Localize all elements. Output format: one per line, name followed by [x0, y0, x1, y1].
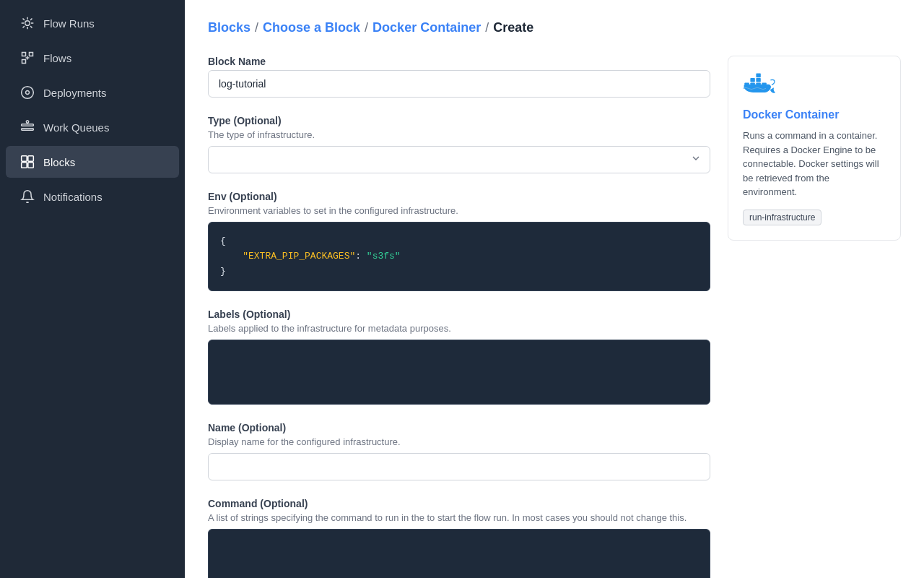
breadcrumb-sep-2: /	[365, 20, 368, 35]
content-layout: Block Name Type (Optional) The type of i…	[208, 56, 901, 578]
labels-code-editor[interactable]	[208, 340, 710, 405]
name-group: Name (Optional) Display name for the con…	[208, 422, 710, 480]
svg-rect-3	[22, 129, 34, 131]
svg-rect-5	[22, 156, 27, 162]
command-hint: A list of strings specifying the command…	[208, 512, 710, 523]
name-hint: Display name for the configured infrastr…	[208, 436, 710, 447]
info-card-title: Docker Container	[743, 108, 886, 121]
work-queues-icon	[20, 120, 35, 134]
env-code-brace-close: }	[220, 264, 698, 280]
env-code-brace-open: {	[220, 234, 698, 249]
labels-label: Labels (Optional)	[208, 309, 710, 320]
blocks-icon	[20, 155, 35, 169]
env-group: Env (Optional) Environment variables to …	[208, 191, 710, 291]
env-code-value: "s3fs"	[367, 251, 401, 262]
sidebar-item-flows[interactable]: Flows	[6, 42, 179, 74]
sidebar: Flow Runs Flows Deployments Work Queues …	[0, 0, 185, 578]
breadcrumb-sep-1: /	[255, 20, 258, 35]
labels-group: Labels (Optional) Labels applied to the …	[208, 309, 710, 405]
breadcrumb-choose-block[interactable]: Choose a Block	[263, 20, 360, 35]
command-label: Command (Optional)	[208, 498, 710, 509]
sidebar-item-deployments[interactable]: Deployments	[6, 77, 179, 108]
svg-rect-2	[22, 124, 34, 126]
sidebar-item-label: Notifications	[43, 191, 103, 203]
breadcrumb-create: Create	[493, 20, 533, 35]
form-container: Block Name Type (Optional) The type of i…	[208, 56, 710, 578]
breadcrumb-blocks[interactable]: Blocks	[208, 20, 250, 35]
block-name-input[interactable]	[208, 70, 710, 98]
flow-runs-icon	[20, 16, 35, 30]
env-code-key: "EXTRA_PIP_PACKAGES"	[243, 251, 355, 262]
notifications-icon	[20, 189, 35, 204]
deployments-icon	[20, 85, 35, 100]
svg-rect-6	[28, 156, 34, 162]
sidebar-item-label: Work Queues	[43, 121, 109, 134]
breadcrumb-docker-container[interactable]: Docker Container	[372, 20, 481, 35]
command-code-editor[interactable]	[208, 529, 710, 578]
sidebar-item-label: Blocks	[43, 156, 75, 168]
info-card-description: Runs a command in a container. Requires …	[743, 129, 886, 199]
env-code-line: "EXTRA_PIP_PACKAGES": "s3fs"	[220, 249, 698, 264]
command-group: Command (Optional) A list of strings spe…	[208, 498, 710, 578]
svg-rect-8	[28, 163, 34, 168]
sidebar-item-label: Deployments	[43, 87, 107, 99]
svg-rect-13	[750, 78, 754, 82]
block-name-label: Block Name	[208, 56, 710, 67]
svg-rect-14	[756, 78, 760, 82]
env-code-colon: :	[355, 251, 367, 262]
type-hint: The type of infrastructure.	[208, 129, 710, 140]
sidebar-item-blocks[interactable]: Blocks	[6, 146, 179, 178]
breadcrumb: Blocks / Choose a Block / Docker Contain…	[208, 20, 901, 35]
env-hint: Environment variables to set in the conf…	[208, 205, 710, 216]
info-card-tag: run-infrastructure	[743, 210, 821, 225]
docker-icon-container	[743, 71, 886, 100]
svg-point-1	[26, 91, 30, 95]
type-group: Type (Optional) The type of infrastructu…	[208, 115, 710, 173]
sidebar-item-label: Flow Runs	[43, 17, 95, 30]
sidebar-item-notifications[interactable]: Notifications	[6, 181, 179, 212]
sidebar-item-work-queues[interactable]: Work Queues	[6, 111, 179, 143]
sidebar-item-flow-runs[interactable]: Flow Runs	[6, 7, 179, 39]
env-code-editor[interactable]: { "EXTRA_PIP_PACKAGES": "s3fs" }	[208, 222, 710, 291]
svg-rect-15	[756, 74, 760, 78]
block-name-group: Block Name	[208, 56, 710, 98]
type-select-wrapper	[208, 146, 710, 173]
type-select[interactable]	[208, 146, 710, 173]
name-input[interactable]	[208, 453, 710, 480]
info-card: Docker Container Runs a command in a con…	[728, 56, 901, 241]
docker-icon	[743, 71, 777, 97]
sidebar-item-label: Flows	[43, 52, 71, 64]
flows-icon	[20, 51, 35, 65]
type-label: Type (Optional)	[208, 115, 710, 126]
svg-point-0	[25, 21, 30, 26]
breadcrumb-sep-3: /	[485, 20, 489, 35]
env-label: Env (Optional)	[208, 191, 710, 202]
name-label: Name (Optional)	[208, 422, 710, 434]
svg-rect-7	[22, 163, 27, 168]
svg-point-4	[26, 121, 28, 123]
labels-hint: Labels applied to the infrastructure for…	[208, 323, 710, 334]
main-content: Blocks / Choose a Block / Docker Contain…	[185, 0, 924, 578]
